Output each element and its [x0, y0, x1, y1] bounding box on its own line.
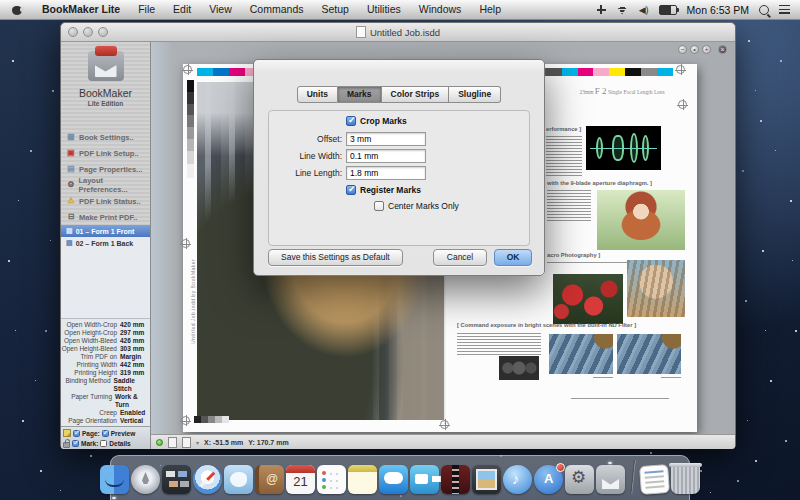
close-preview-button[interactable]: ×	[718, 45, 727, 54]
preview-checkbox[interactable]	[102, 430, 109, 437]
menu-commands[interactable]: Commands	[241, 0, 313, 19]
menu-setup[interactable]: Setup	[312, 0, 357, 19]
center-marks-only-checkbox[interactable]	[374, 201, 384, 211]
menu-edit[interactable]: Edit	[164, 0, 200, 19]
lock-icon[interactable]	[63, 442, 70, 448]
spotlight-icon[interactable]	[759, 5, 769, 15]
info-row: Printing Height319 mm	[61, 369, 150, 377]
battery-icon[interactable]	[659, 5, 677, 15]
zoom-out-button[interactable]: −	[678, 45, 687, 54]
sidebar-item-make-print-pdf[interactable]: ⊟Make Print PDF..	[61, 209, 150, 225]
save-as-default-button[interactable]: Save this Settings as Default	[268, 249, 403, 266]
zoom-in-button[interactable]: +	[702, 45, 711, 54]
close-button[interactable]	[68, 27, 78, 37]
dock-icon-reminders[interactable]	[317, 465, 346, 494]
menu-utilities[interactable]: Utilities	[358, 0, 410, 19]
menu-file[interactable]: File	[129, 0, 164, 19]
mark-checkbox[interactable]	[72, 440, 79, 447]
dock-icon-app-store[interactable]	[534, 465, 563, 494]
portrait-photo	[597, 190, 685, 250]
tab-color-strips[interactable]: Color Strips	[382, 86, 450, 103]
document-proxy-icon	[356, 26, 366, 38]
wifi-icon[interactable]	[616, 5, 629, 15]
info-value: 442 mm	[117, 361, 144, 369]
info-value: 319 mm	[117, 369, 144, 377]
volume-icon[interactable]: ◀)	[639, 5, 649, 15]
sidebar-item-layout-preferences[interactable]: ⚙Layout Preferences...	[61, 177, 150, 193]
cursor-x-coordinate: X: -51.5 mm	[204, 439, 243, 446]
caption-line	[593, 377, 613, 379]
dock-icon-system-preferences[interactable]	[565, 465, 594, 494]
article-title-f: F 2	[595, 86, 607, 96]
sidebar-item-page-properties[interactable]: ▤Page Properties...	[61, 161, 150, 177]
offset-field[interactable]	[346, 132, 426, 146]
form-row-front[interactable]: ▤01 – Form 1 Front	[61, 225, 150, 237]
ok-button[interactable]: OK	[494, 249, 532, 266]
grayscale-strip	[187, 80, 194, 178]
title-bar[interactable]: Untitled Job.isdd	[61, 23, 735, 42]
dock-icon-documents-stack[interactable]	[639, 464, 670, 495]
line-width-field[interactable]	[346, 149, 426, 163]
details-checkbox[interactable]	[100, 440, 107, 447]
menu-clock[interactable]: Mon 6:53 PM	[687, 4, 749, 16]
dock-icon-itunes[interactable]	[503, 465, 532, 494]
minimize-button[interactable]	[83, 27, 93, 37]
calendar-day-number: 21	[286, 474, 315, 489]
dock-icon-messages[interactable]	[379, 465, 408, 494]
form-page-icon: ▤	[66, 227, 73, 235]
dock-icon-finder[interactable]	[100, 465, 129, 494]
line-length-field[interactable]	[346, 166, 426, 180]
dock-icon-facetime[interactable]	[410, 465, 439, 494]
page-icon: ▤	[66, 164, 76, 174]
dock-icon-mail[interactable]	[224, 465, 253, 494]
dock-icon-mission-control[interactable]	[162, 465, 191, 494]
center-marks-only-label: Center Marks Only	[388, 201, 459, 211]
menu-help[interactable]: Help	[470, 0, 510, 19]
menu-view[interactable]: View	[200, 0, 241, 19]
menu-app-name[interactable]: BookMaker Lite	[33, 0, 129, 19]
lens-diagram-image	[586, 126, 661, 170]
info-label: Paper Turning	[61, 393, 112, 409]
dock-separator	[630, 460, 635, 494]
dock-icon-calendar[interactable]: 21	[286, 465, 315, 494]
crop-marks-checkbox[interactable]	[346, 116, 356, 126]
apple-menu-icon[interactable]	[12, 4, 23, 15]
heading-macro: acro Photography ]	[547, 252, 600, 258]
cancel-button[interactable]: Cancel	[433, 249, 487, 266]
dock-icon-bookmaker-lite[interactable]	[596, 465, 625, 494]
register-marks-checkbox[interactable]	[346, 185, 356, 195]
accessibility-icon[interactable]	[597, 5, 606, 14]
info-label: Creep	[61, 409, 117, 417]
page-thumb-icon[interactable]	[182, 437, 191, 448]
sidebar-item-pdf-link-status[interactable]: ⚠PDF Link Status..	[61, 193, 150, 209]
dock-icon-safari[interactable]	[193, 465, 222, 494]
note-icon[interactable]	[63, 429, 71, 437]
dock-icon-iphoto[interactable]	[472, 465, 501, 494]
zoom-fit-button[interactable]: •	[690, 45, 699, 54]
dock-icon-trash[interactable]	[671, 465, 700, 494]
menu-windows[interactable]: Windows	[410, 0, 471, 19]
info-label: Page Orientation	[61, 417, 117, 425]
form-row-label: 02 – Form 1 Back	[76, 240, 134, 247]
info-value: Saddle Stitch	[111, 377, 150, 393]
mark-checkbox-label: Mark:	[81, 440, 98, 447]
warning-icon: ⚠	[66, 196, 76, 206]
body-text-block	[457, 333, 541, 355]
notification-center-icon[interactable]	[779, 5, 790, 14]
page-checkbox[interactable]	[73, 430, 80, 437]
body-text-block	[547, 190, 591, 222]
dock-icon-imovie[interactable]	[441, 465, 470, 494]
page-thumb-icon[interactable]	[168, 437, 177, 448]
sidebar-item-label: PDF Link Setup..	[79, 149, 139, 158]
form-row-back[interactable]: ▤02 – Form 1 Back	[61, 237, 150, 249]
sidebar-item-pdf-link-setup[interactable]: ▣PDF Link Setup..	[61, 145, 150, 161]
sidebar-item-label: Book Settings..	[79, 133, 134, 142]
tab-marks[interactable]: Marks	[338, 86, 382, 103]
zoom-button[interactable]	[98, 27, 108, 37]
sidebar-item-book-settings[interactable]: ▦Book Settings..	[61, 129, 150, 145]
dock-icon-contacts[interactable]	[255, 465, 284, 494]
dock-icon-launchpad[interactable]	[131, 465, 160, 494]
tab-units[interactable]: Units	[297, 86, 338, 103]
tab-slugline[interactable]: Slugline	[449, 86, 501, 103]
dock-icon-notes[interactable]	[348, 465, 377, 494]
